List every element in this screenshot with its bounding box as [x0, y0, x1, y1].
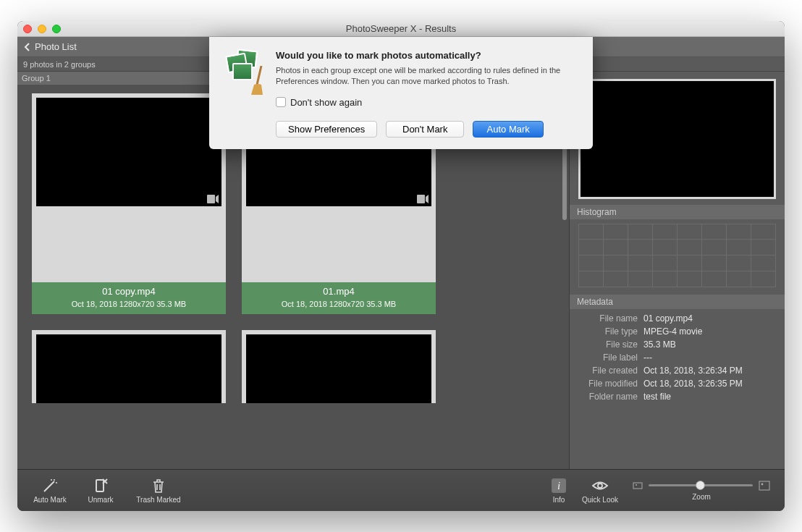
auto-mark-button[interactable]: Auto Mark	[25, 478, 75, 504]
metadata-key: Folder name	[577, 392, 643, 402]
bottom-toolbar: Auto Mark Unmark Trash Marked i Info Qui…	[17, 469, 785, 511]
card-label-strip: 01.mp4 Oct 18, 2018 1280x720 35.3 MB	[242, 282, 436, 314]
metadata-key: File modified	[577, 379, 643, 389]
metadata-value: Oct 18, 2018, 3:26:34 PM	[643, 366, 743, 376]
quick-look-button[interactable]: Quick Look	[575, 478, 625, 504]
unmark-label: Unmark	[88, 496, 113, 504]
traffic-lights	[17, 25, 61, 33]
metadata-value: ---	[643, 352, 652, 363]
unmark-button[interactable]: Unmark	[75, 478, 126, 504]
close-button[interactable]	[23, 25, 32, 33]
svg-line-13	[257, 66, 261, 85]
zoom-slider-thumb[interactable]	[696, 481, 705, 490]
dont-show-again-row[interactable]: Don't show again	[276, 97, 578, 108]
metadata-key: File size	[577, 339, 643, 350]
status-summary: 9 photos in 2 groups	[23, 60, 96, 69]
svg-rect-9	[633, 483, 642, 489]
metadata-row: File createdOct 18, 2018, 3:26:34 PM	[577, 364, 777, 377]
info-icon: i	[550, 478, 567, 494]
trash-icon	[151, 478, 166, 494]
metadata-value: test file	[643, 392, 671, 402]
dialog-title: Would you like to mark photos automatica…	[276, 50, 578, 61]
back-button[interactable]: Photo List	[23, 41, 77, 52]
checkbox[interactable]	[276, 97, 286, 107]
auto-mark-dialog: Would you like to mark photos automatica…	[209, 37, 593, 149]
zoom-in-icon[interactable]	[759, 481, 770, 491]
photo-filename: 01 copy.mp4	[35, 286, 223, 297]
svg-text:i: i	[557, 480, 560, 491]
wand-icon	[42, 478, 58, 494]
unmark-icon	[93, 478, 109, 494]
photo-card[interactable]: 01 copy.mp4 Oct 18, 2018 1280x720 35.3 M…	[32, 93, 226, 314]
svg-point-12	[761, 483, 764, 485]
app-window: PhotoSweeper X - Results Photo List 9 ph…	[17, 21, 785, 511]
quick-look-label: Quick Look	[582, 496, 618, 504]
chevron-left-icon	[23, 42, 32, 52]
svg-rect-5	[96, 480, 104, 491]
zoom-label: Zoom	[692, 493, 711, 501]
photo-thumbnail	[246, 334, 431, 403]
svg-point-8	[598, 484, 602, 488]
zoom-control: Zoom	[625, 481, 777, 501]
video-icon	[207, 195, 219, 203]
svg-rect-1	[417, 195, 425, 203]
app-icon	[224, 50, 264, 90]
metadata-value: Oct 18, 2018, 3:26:35 PM	[643, 379, 743, 389]
metadata-row: File typeMPEG-4 movie	[577, 325, 777, 338]
video-icon	[417, 195, 429, 203]
window-title: PhotoSweeper X - Results	[17, 23, 785, 34]
photo-card[interactable]	[32, 330, 226, 403]
photo-meta: Oct 18, 2018 1280x720 35.3 MB	[282, 300, 396, 308]
broom-icon	[251, 66, 266, 95]
metadata-row: File name01 copy.mp4	[577, 312, 777, 325]
auto-mark-label: Auto Mark	[33, 496, 67, 504]
dialog-buttons: Show Preferences Don't Mark Auto Mark	[276, 121, 578, 138]
photo-thumbnail	[36, 334, 221, 403]
card-body	[242, 206, 436, 282]
checkbox-label: Don't show again	[290, 97, 362, 108]
svg-point-4	[51, 479, 52, 481]
photo-meta: Oct 18, 2018 1280x720 35.3 MB	[72, 300, 186, 308]
dialog-content: Would you like to mark photos automatica…	[276, 50, 578, 138]
dont-mark-button[interactable]: Don't Mark	[386, 121, 464, 138]
minimize-button[interactable]	[38, 25, 46, 33]
metadata-row: File label---	[577, 351, 777, 364]
back-label: Photo List	[35, 41, 77, 52]
metadata-row: File size35.3 MB	[577, 338, 777, 351]
trash-marked-label: Trash Marked	[136, 496, 180, 504]
histogram	[578, 224, 776, 287]
metadata-title: Metadata	[570, 295, 785, 309]
show-preferences-button[interactable]: Show Preferences	[276, 121, 377, 138]
preview-image	[578, 79, 776, 199]
metadata-row: Folder nametest file	[577, 390, 777, 403]
card-label-strip: 01 copy.mp4 Oct 18, 2018 1280x720 35.3 M…	[32, 282, 226, 314]
photo-card[interactable]	[242, 330, 436, 403]
maximize-button[interactable]	[52, 25, 61, 33]
titlebar: PhotoSweeper X - Results	[17, 21, 785, 37]
svg-point-2	[54, 479, 55, 481]
metadata-value: 01 copy.mp4	[643, 313, 693, 324]
info-label: Info	[553, 496, 565, 504]
metadata-value: MPEG-4 movie	[643, 326, 702, 337]
svg-rect-11	[759, 481, 769, 490]
metadata-value: 35.3 MB	[643, 339, 676, 350]
card-body	[32, 206, 226, 282]
svg-rect-0	[207, 195, 215, 203]
photo-thumbnail	[36, 98, 221, 206]
histogram-title: Histogram	[570, 205, 785, 219]
zoom-slider-wrap	[633, 481, 770, 491]
dialog-body: Photos in each group except one will be …	[276, 65, 578, 87]
zoom-out-icon[interactable]	[633, 481, 643, 490]
metadata-row: File modifiedOct 18, 2018, 3:26:35 PM	[577, 377, 777, 390]
info-panel: Histogram Metadata File name01 copy.mp4 …	[569, 72, 785, 469]
photo-filename: 01.mp4	[245, 286, 433, 297]
metadata-grid: File name01 copy.mp4 File typeMPEG-4 mov…	[570, 309, 785, 409]
info-button[interactable]: i Info	[543, 478, 575, 504]
zoom-slider[interactable]	[649, 484, 753, 486]
auto-mark-confirm-button[interactable]: Auto Mark	[473, 121, 544, 138]
trash-marked-button[interactable]: Trash Marked	[126, 478, 191, 504]
metadata-key: File created	[577, 366, 643, 376]
svg-point-3	[56, 482, 57, 484]
eye-icon	[591, 478, 609, 494]
metadata-key: File label	[577, 352, 643, 363]
